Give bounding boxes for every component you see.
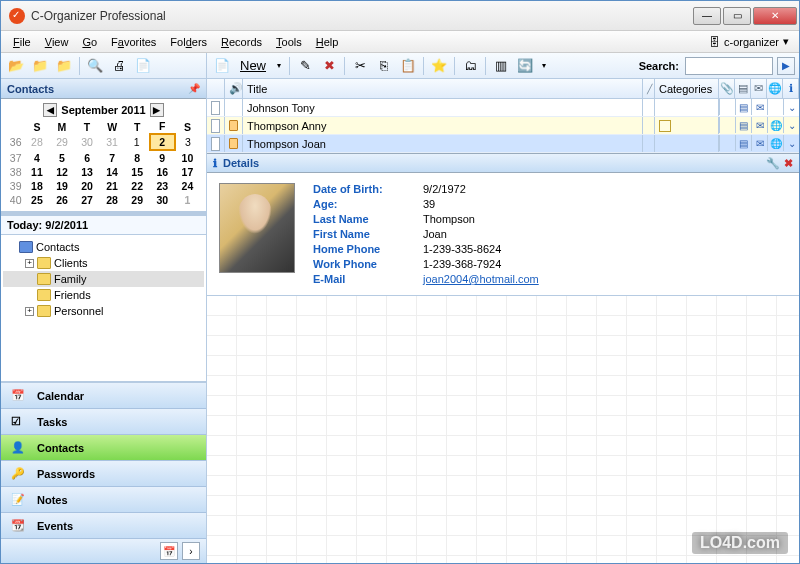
tree-item[interactable]: +Personnel — [3, 303, 204, 319]
row-attach-icon[interactable] — [719, 99, 735, 115]
cal-day[interactable]: 5 — [49, 150, 74, 165]
cal-day[interactable]: 23 — [150, 179, 175, 193]
row-web-icon[interactable]: 🌐 — [767, 117, 783, 133]
cal-day[interactable]: 1 — [125, 134, 150, 150]
detail-value[interactable]: joan2004@hotmail.com — [423, 273, 539, 285]
row-web-icon[interactable]: 🌐 — [767, 135, 783, 151]
expand-icon[interactable]: + — [25, 307, 34, 316]
cal-day[interactable]: 30 — [75, 134, 100, 150]
cal-day[interactable]: 28 — [24, 134, 49, 150]
nav-config-button[interactable]: 📅 — [160, 542, 178, 560]
row-card-icon[interactable]: ▤ — [735, 135, 751, 151]
row-attach-icon[interactable] — [719, 117, 735, 133]
cal-day[interactable]: 26 — [49, 193, 74, 207]
col-info[interactable]: ℹ — [783, 79, 799, 98]
table-row[interactable]: Thompson Joan▤✉🌐⌄ — [207, 135, 799, 153]
export-icon[interactable]: 📄 — [132, 55, 154, 77]
cal-day[interactable]: 1 — [175, 193, 200, 207]
cal-day[interactable]: 28 — [100, 193, 125, 207]
new-dropdown[interactable]: ▾ — [273, 55, 285, 77]
new-record-icon[interactable]: 📄 — [211, 55, 233, 77]
cal-day[interactable]: 29 — [49, 134, 74, 150]
cal-day[interactable]: 30 — [150, 193, 175, 207]
col-mail[interactable]: ✉ — [751, 79, 767, 98]
row-card-icon[interactable]: ▤ — [735, 117, 751, 133]
cal-day[interactable]: 16 — [150, 165, 175, 179]
tree-item[interactable]: +Clients — [3, 255, 204, 271]
calendar-grid[interactable]: SMTWTFS362829303112337456789103811121314… — [7, 119, 200, 207]
edit-icon[interactable]: ✎ — [294, 55, 316, 77]
folder-new-icon[interactable]: 📁 — [29, 55, 51, 77]
col-web[interactable]: 🌐 — [767, 79, 783, 98]
menu-view[interactable]: View — [39, 34, 75, 50]
cal-day[interactable]: 17 — [175, 165, 200, 179]
menu-tools[interactable]: Tools — [270, 34, 308, 50]
cal-day[interactable]: 2 — [150, 134, 175, 150]
cal-day[interactable]: 10 — [175, 150, 200, 165]
cal-day[interactable]: 13 — [75, 165, 100, 179]
row-expand-icon[interactable]: ⌄ — [783, 135, 799, 151]
copy-icon[interactable]: ⎘ — [373, 55, 395, 77]
cal-day[interactable]: 15 — [125, 165, 150, 179]
row-mail-icon[interactable]: ✉ — [751, 99, 767, 115]
cal-day[interactable]: 4 — [24, 150, 49, 165]
pin-icon[interactable]: 📌 — [188, 83, 200, 94]
menu-file[interactable]: File — [7, 34, 37, 50]
menu-folders[interactable]: Folders — [164, 34, 213, 50]
search-icon[interactable]: 🔍 — [84, 55, 106, 77]
row-card-icon[interactable]: ▤ — [735, 99, 751, 115]
menu-favorites[interactable]: Favorites — [105, 34, 162, 50]
delete-icon[interactable]: ✖ — [318, 55, 340, 77]
expand-icon[interactable]: + — [25, 259, 34, 268]
cal-day[interactable]: 31 — [100, 134, 125, 150]
card-icon[interactable]: 🗂 — [459, 55, 481, 77]
search-go-button[interactable]: ▶ — [777, 57, 795, 75]
cal-day[interactable]: 14 — [100, 165, 125, 179]
cal-day[interactable]: 12 — [49, 165, 74, 179]
cal-day[interactable]: 19 — [49, 179, 74, 193]
col-title[interactable]: Title — [243, 79, 643, 98]
cal-day[interactable]: 27 — [75, 193, 100, 207]
print-icon[interactable]: 🖨 — [108, 55, 130, 77]
tree-root[interactable]: Contacts — [3, 239, 204, 255]
col-attach[interactable]: 📎 — [719, 79, 735, 98]
maximize-button[interactable]: ▭ — [723, 7, 751, 25]
row-expand-icon[interactable]: ⌄ — [783, 99, 799, 115]
menu-go[interactable]: Go — [76, 34, 103, 50]
details-close-icon[interactable]: ✖ — [784, 157, 793, 170]
cal-day[interactable]: 21 — [100, 179, 125, 193]
cal-next-button[interactable]: ▶ — [150, 103, 164, 117]
nav-item-events[interactable]: 📆Events — [1, 513, 206, 539]
folder-open-icon[interactable]: 📂 — [5, 55, 27, 77]
cal-day[interactable]: 20 — [75, 179, 100, 193]
cal-day[interactable]: 29 — [125, 193, 150, 207]
table-row[interactable]: Johnson Tony▤✉⌄ — [207, 99, 799, 117]
nav-expand-button[interactable]: › — [182, 542, 200, 560]
nav-item-contacts[interactable]: 👤Contacts — [1, 435, 206, 461]
view-icon[interactable]: ▥ — [490, 55, 512, 77]
paste-icon[interactable]: 📋 — [397, 55, 419, 77]
cal-day[interactable]: 25 — [24, 193, 49, 207]
cal-day[interactable]: 8 — [125, 150, 150, 165]
sync-icon[interactable]: 🔄 — [514, 55, 536, 77]
nav-item-notes[interactable]: 📝Notes — [1, 487, 206, 513]
cal-day[interactable]: 9 — [150, 150, 175, 165]
row-attach-icon[interactable] — [719, 135, 735, 151]
new-button[interactable]: New — [235, 55, 271, 77]
cal-prev-button[interactable]: ◀ — [43, 103, 57, 117]
search-input[interactable] — [685, 57, 773, 75]
col-icon-a[interactable] — [207, 79, 225, 98]
cal-day[interactable]: 3 — [175, 134, 200, 150]
sync-dropdown[interactable]: ▾ — [538, 55, 550, 77]
menu-records[interactable]: Records — [215, 34, 268, 50]
cal-day[interactable]: 7 — [100, 150, 125, 165]
cal-day[interactable]: 24 — [175, 179, 200, 193]
col-icon-b[interactable]: 🔊 — [225, 79, 243, 98]
table-row[interactable]: Thompson Anny▤✉🌐⌄ — [207, 117, 799, 135]
database-selector[interactable]: 🗄 c-organizer ▾ — [705, 33, 793, 50]
tree-item[interactable]: Friends — [3, 287, 204, 303]
cal-day[interactable]: 11 — [24, 165, 49, 179]
nav-item-tasks[interactable]: ☑Tasks — [1, 409, 206, 435]
col-sort-indicator[interactable]: ╱ — [643, 79, 655, 98]
row-expand-icon[interactable]: ⌄ — [783, 117, 799, 133]
